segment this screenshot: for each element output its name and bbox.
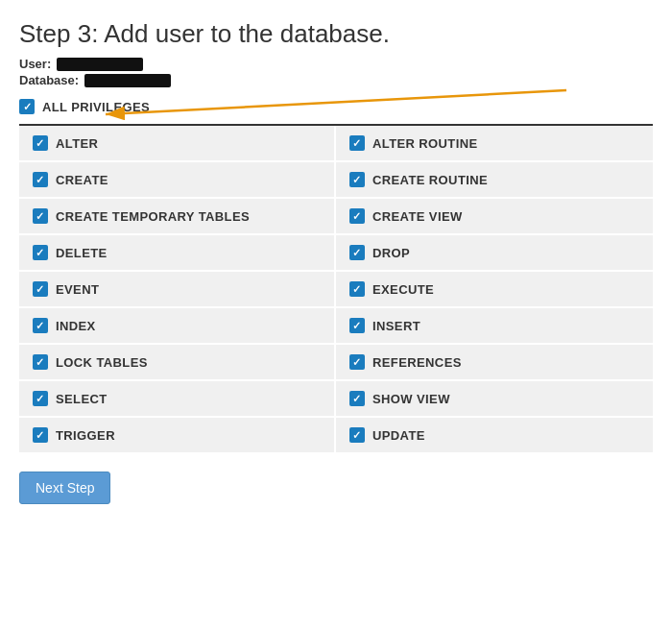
privilege-cell-right[interactable]: INSERT bbox=[336, 308, 653, 343]
privilege-checkbox[interactable] bbox=[349, 245, 365, 260]
privilege-checkbox[interactable] bbox=[349, 354, 365, 370]
privilege-cell-right[interactable]: CREATE ROUTINE bbox=[336, 162, 653, 197]
page-title: Step 3: Add user to the database. bbox=[19, 19, 653, 49]
table-row: CREATECREATE ROUTINE bbox=[19, 162, 653, 199]
table-row: TRIGGERUPDATE bbox=[19, 418, 653, 454]
privilege-checkbox[interactable] bbox=[33, 318, 48, 333]
table-row: LOCK TABLESREFERENCES bbox=[19, 345, 653, 381]
privilege-cell-right[interactable]: REFERENCES bbox=[336, 345, 653, 379]
privilege-label: INSERT bbox=[372, 319, 420, 333]
privilege-label: REFERENCES bbox=[372, 355, 462, 370]
user-label: User: bbox=[19, 57, 51, 71]
privilege-checkbox[interactable] bbox=[33, 208, 48, 224]
privilege-checkbox[interactable] bbox=[33, 354, 48, 370]
privilege-checkbox[interactable] bbox=[33, 391, 48, 406]
user-value-redacted bbox=[57, 58, 143, 71]
privilege-cell-right[interactable]: ALTER ROUTINE bbox=[336, 126, 653, 160]
privilege-checkbox[interactable] bbox=[349, 208, 365, 224]
privilege-label: LOCK TABLES bbox=[56, 355, 148, 370]
table-row: ALTERALTER ROUTINE bbox=[19, 126, 653, 162]
next-step-button[interactable]: Next Step bbox=[19, 472, 110, 504]
privilege-cell-left[interactable]: CREATE TEMPORARY TABLES bbox=[19, 199, 336, 233]
privilege-label: CREATE TEMPORARY TABLES bbox=[56, 209, 250, 224]
privilege-cell-left[interactable]: ALTER bbox=[19, 126, 336, 160]
privilege-checkbox[interactable] bbox=[349, 135, 365, 151]
table-row: EVENTEXECUTE bbox=[19, 272, 653, 308]
privilege-label: SELECT bbox=[56, 392, 108, 406]
privilege-checkbox[interactable] bbox=[33, 427, 48, 443]
privilege-checkbox[interactable] bbox=[349, 318, 365, 333]
privilege-cell-right[interactable]: SHOW VIEW bbox=[336, 381, 653, 416]
privilege-label: TRIGGER bbox=[56, 428, 115, 443]
privilege-checkbox[interactable] bbox=[33, 281, 48, 297]
privilege-checkbox[interactable] bbox=[33, 245, 48, 260]
table-row: DELETEDROP bbox=[19, 235, 653, 272]
database-label: Database: bbox=[19, 73, 79, 87]
privilege-cell-left[interactable]: CREATE bbox=[19, 162, 336, 197]
privilege-checkbox[interactable] bbox=[349, 391, 365, 406]
privilege-label: EXECUTE bbox=[372, 282, 434, 297]
privilege-cell-left[interactable]: SELECT bbox=[19, 381, 336, 416]
privilege-label: SHOW VIEW bbox=[372, 392, 450, 406]
privilege-cell-left[interactable]: DELETE bbox=[19, 235, 336, 270]
privilege-cell-left[interactable]: LOCK TABLES bbox=[19, 345, 336, 379]
privilege-checkbox[interactable] bbox=[349, 281, 365, 297]
privilege-cell-right[interactable]: DROP bbox=[336, 235, 653, 270]
privilege-label: CREATE VIEW bbox=[372, 209, 463, 224]
table-row: INDEXINSERT bbox=[19, 308, 653, 345]
all-privileges-label: ALL PRIVILEGES bbox=[42, 100, 150, 114]
database-value-redacted bbox=[84, 74, 171, 87]
privilege-cell-right[interactable]: UPDATE bbox=[336, 418, 653, 452]
privilege-label: DROP bbox=[372, 246, 410, 260]
privilege-cell-left[interactable]: EVENT bbox=[19, 272, 336, 306]
privileges-grid: ALTERALTER ROUTINECREATECREATE ROUTINECR… bbox=[19, 126, 653, 454]
privilege-cell-left[interactable]: TRIGGER bbox=[19, 418, 336, 452]
privilege-label: ALTER bbox=[56, 136, 98, 151]
privilege-label: EVENT bbox=[56, 282, 99, 297]
arrow-graphic bbox=[96, 85, 576, 124]
svg-line-1 bbox=[106, 90, 566, 114]
privilege-label: INDEX bbox=[56, 319, 96, 333]
privilege-cell-right[interactable]: EXECUTE bbox=[336, 272, 653, 306]
privilege-checkbox[interactable] bbox=[33, 135, 48, 151]
privilege-label: CREATE ROUTINE bbox=[372, 173, 488, 187]
all-privileges-checkbox[interactable] bbox=[19, 99, 35, 114]
privilege-label: ALTER ROUTINE bbox=[372, 136, 478, 151]
privilege-checkbox[interactable] bbox=[349, 427, 365, 443]
privilege-checkbox[interactable] bbox=[33, 172, 48, 187]
privilege-label: DELETE bbox=[56, 246, 108, 260]
table-row: CREATE TEMPORARY TABLESCREATE VIEW bbox=[19, 199, 653, 235]
privilege-cell-left[interactable]: INDEX bbox=[19, 308, 336, 343]
all-privileges-row: ALL PRIVILEGES bbox=[19, 99, 653, 126]
privilege-cell-right[interactable]: CREATE VIEW bbox=[336, 199, 653, 233]
privilege-label: UPDATE bbox=[372, 428, 425, 443]
privilege-checkbox[interactable] bbox=[349, 172, 365, 187]
privilege-label: CREATE bbox=[56, 173, 108, 187]
table-row: SELECTSHOW VIEW bbox=[19, 381, 653, 418]
